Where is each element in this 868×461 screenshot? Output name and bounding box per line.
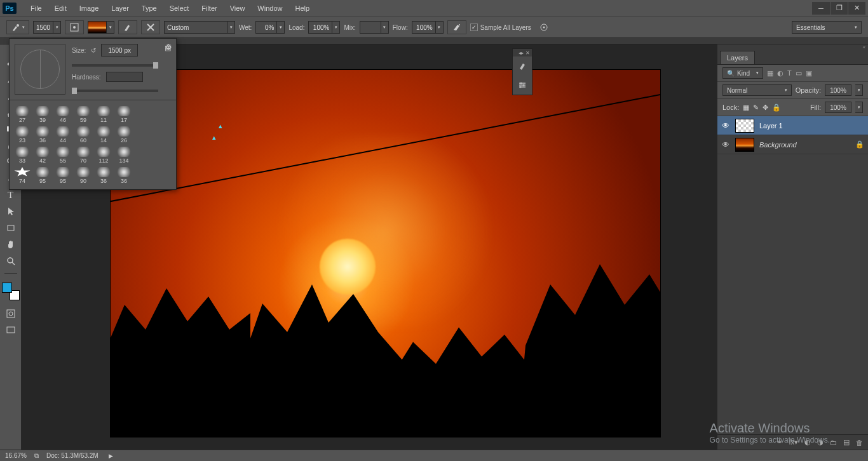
brush-preset-cell[interactable]: 44 xyxy=(53,123,73,144)
layer-name[interactable]: Background xyxy=(759,141,797,149)
layer-name[interactable]: Layer 1 xyxy=(759,122,783,130)
wet-dropdown[interactable]: ▾ xyxy=(277,21,285,34)
brush-preset-cell[interactable]: 134 xyxy=(114,144,134,164)
menu-view[interactable]: View xyxy=(225,2,250,15)
dock-close-icon[interactable]: ✕ xyxy=(526,50,530,56)
quickmask-toggle[interactable] xyxy=(3,307,19,321)
brush-preset-cell[interactable]: 60 xyxy=(73,123,93,144)
brush-preset-cell[interactable]: 74 xyxy=(12,164,32,184)
brush-preset-cell[interactable]: 70 xyxy=(73,144,93,164)
workspace-switcher[interactable]: Essentials ▾ xyxy=(792,21,862,34)
lock-pixels-icon[interactable]: ✎ xyxy=(753,104,759,112)
load-swatch-dropdown[interactable]: ▾ xyxy=(107,21,114,34)
brush-preset-cell[interactable]: 17 xyxy=(114,103,134,123)
brush-preset-cell[interactable]: 90 xyxy=(73,164,93,184)
rectangle-tool[interactable] xyxy=(3,221,19,235)
brush-preset-cell[interactable]: 95 xyxy=(32,164,53,184)
opacity-field[interactable]: 100% xyxy=(825,84,851,96)
menu-filter[interactable]: Filter xyxy=(196,2,222,15)
filter-shape-icon[interactable]: ▭ xyxy=(796,69,802,77)
brush-preset-cell[interactable]: 55 xyxy=(53,144,73,164)
layer-mask-button[interactable]: ◐ xyxy=(804,438,811,446)
gear-icon[interactable]: ⚙ xyxy=(165,43,172,51)
brush-preset-cell[interactable]: 46 xyxy=(53,103,73,123)
blend-mode-select[interactable]: Normal▾ xyxy=(722,84,792,96)
visibility-toggle[interactable]: 👁 xyxy=(721,121,730,130)
tool-preset-picker[interactable]: ▾ xyxy=(6,20,29,34)
size-field[interactable]: 1500 px xyxy=(101,44,138,57)
window-minimize-button[interactable]: ─ xyxy=(812,2,830,15)
wet-field[interactable]: 0% xyxy=(255,21,277,34)
layer-thumbnail[interactable] xyxy=(735,138,754,152)
foreground-color-swatch[interactable] xyxy=(2,283,12,293)
fill-field[interactable]: 100% xyxy=(825,102,851,113)
hardness-field[interactable] xyxy=(106,72,143,82)
brush-preset-cell[interactable]: 36 xyxy=(93,164,114,184)
lock-position-icon[interactable]: ✥ xyxy=(763,104,768,112)
zoom-tool[interactable] xyxy=(3,254,19,268)
menu-image[interactable]: Image xyxy=(74,2,104,15)
mix-field[interactable] xyxy=(360,21,381,34)
mix-dropdown[interactable]: ▾ xyxy=(381,21,389,34)
layer-row[interactable]: 👁 Background 🔒 xyxy=(717,135,868,154)
status-flyout-icon[interactable]: ▶ xyxy=(109,453,113,459)
menu-window[interactable]: Window xyxy=(252,2,287,15)
dock-item-brush[interactable] xyxy=(513,57,532,76)
flow-dropdown[interactable]: ▾ xyxy=(436,21,444,34)
brush-preset-cell[interactable]: 112 xyxy=(93,144,114,164)
menu-type[interactable]: Type xyxy=(137,2,162,15)
menu-layer[interactable]: Layer xyxy=(106,2,134,15)
filter-type-icon[interactable]: T xyxy=(787,69,792,77)
filter-pixel-icon[interactable]: ▦ xyxy=(767,69,773,77)
brush-preset-cell[interactable]: 36 xyxy=(114,164,134,184)
new-layer-button[interactable]: ▤ xyxy=(843,438,850,446)
tab-layers[interactable]: Layers xyxy=(720,51,755,64)
brush-preset-cell[interactable]: 26 xyxy=(114,123,134,144)
load-brush-button[interactable] xyxy=(118,20,137,34)
brush-size-field[interactable]: 1500 xyxy=(33,21,53,34)
delete-layer-button[interactable]: 🗑 xyxy=(856,439,863,446)
screenmode-toggle[interactable] xyxy=(3,323,19,337)
link-layers-button[interactable]: ⚭ xyxy=(776,438,782,446)
layer-fx-button[interactable]: fx▾ xyxy=(789,438,798,446)
current-load-swatch[interactable] xyxy=(88,21,107,34)
brush-preset-cell[interactable]: 27 xyxy=(12,103,32,123)
dock-item-presets[interactable] xyxy=(513,76,532,95)
brush-preset-cell[interactable]: 39 xyxy=(32,103,53,123)
dock-expand-icon[interactable]: ◂▸ xyxy=(519,50,524,56)
layer-thumbnail[interactable] xyxy=(735,119,754,133)
brush-preset-cell[interactable]: 11 xyxy=(93,103,114,123)
brush-combo-select[interactable]: Custom xyxy=(164,21,227,34)
filter-smart-icon[interactable]: ▣ xyxy=(806,69,812,77)
window-restore-button[interactable]: ❐ xyxy=(830,2,848,15)
brush-preset-cell[interactable]: 36 xyxy=(32,123,53,144)
opacity-dropdown[interactable]: ▾ xyxy=(855,84,863,96)
load-dropdown[interactable]: ▾ xyxy=(332,21,340,34)
color-swatches[interactable] xyxy=(2,283,20,300)
load-field[interactable]: 100% xyxy=(308,21,332,34)
clean-brush-button[interactable] xyxy=(141,20,160,34)
type-tool[interactable]: T xyxy=(3,188,19,202)
brush-tip-preview[interactable] xyxy=(15,44,65,95)
filter-adjust-icon[interactable]: ◐ xyxy=(777,69,783,77)
brush-panel-toggle[interactable] xyxy=(65,20,84,34)
sample-all-checkbox[interactable]: ✓ xyxy=(470,23,478,31)
layer-group-button[interactable]: 🗀 xyxy=(830,439,837,446)
zoom-level[interactable]: 16.67% xyxy=(5,452,27,459)
tablet-pressure-toggle[interactable] xyxy=(535,20,553,34)
menu-edit[interactable]: Edit xyxy=(50,2,72,15)
lock-all-icon[interactable]: 🔒 xyxy=(772,104,781,112)
brush-preset-cell[interactable]: 59 xyxy=(73,103,93,123)
menu-help[interactable]: Help xyxy=(290,2,315,15)
brush-picker-dropdown[interactable]: ▾ xyxy=(53,21,61,34)
size-slider[interactable] xyxy=(72,64,158,67)
brush-preset-cell[interactable]: 95 xyxy=(53,164,73,184)
hand-tool[interactable] xyxy=(3,237,19,251)
visibility-toggle[interactable]: 👁 xyxy=(721,140,730,149)
lock-transparent-icon[interactable]: ▦ xyxy=(743,104,749,112)
menu-select[interactable]: Select xyxy=(165,2,194,15)
adjustment-layer-button[interactable]: ◑ xyxy=(817,438,824,446)
menu-file[interactable]: File xyxy=(25,2,47,15)
flow-field[interactable]: 100% xyxy=(412,21,436,34)
reset-size-icon[interactable]: ↺ xyxy=(91,47,96,54)
